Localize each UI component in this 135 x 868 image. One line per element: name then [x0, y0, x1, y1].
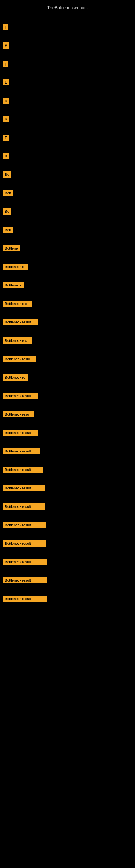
list-item: Bottleneck res — [3, 301, 132, 307]
list-item: E — [3, 134, 132, 141]
bottleneck-label: Bottleneck re — [3, 374, 28, 380]
bottleneck-label: E — [3, 79, 9, 86]
bottleneck-label: Bottleneck res — [3, 301, 32, 307]
list-item: R — [3, 116, 132, 122]
bottleneck-label: Bottleneck result — [3, 448, 41, 454]
list-item: Bottleneck result — [3, 559, 132, 565]
bottleneck-label: Bottleneck res — [3, 337, 32, 344]
bottleneck-label: Bottleneck result — [3, 319, 38, 325]
list-item: Bottleneck re — [3, 374, 132, 380]
bottleneck-label: Bottleneck result — [3, 596, 47, 602]
bottleneck-label: Bottlene — [3, 245, 20, 251]
list-item: Bott — [3, 190, 132, 196]
bottleneck-label: R — [3, 42, 9, 49]
list-item: | — [3, 61, 132, 67]
list-item: Bottleneck result — [3, 448, 132, 454]
list-item: Bottleneck result — [3, 503, 132, 510]
list-item: Bottleneck res — [3, 337, 132, 344]
bottleneck-label: Bo — [3, 172, 11, 178]
list-item: Bottleneck re — [3, 264, 132, 270]
list-item: B — [3, 153, 132, 159]
bottleneck-label: Bottleneck result — [3, 540, 46, 547]
list-item: Bottleneck resul — [3, 356, 132, 362]
rows-container: |R|ERREBBoBottBoBottBottleneBottleneck r… — [3, 24, 132, 602]
bottleneck-label: | — [3, 24, 8, 30]
list-item: Bottleneck result — [3, 319, 132, 325]
list-item: Bottleneck result — [3, 430, 132, 436]
list-item: Bottleneck result — [3, 577, 132, 584]
list-item: Bottleneck result — [3, 467, 132, 473]
bottleneck-label: Bott — [3, 227, 13, 233]
list-item: Bottleneck — [3, 282, 132, 288]
list-item: E — [3, 79, 132, 86]
list-item: Bo — [3, 208, 132, 215]
bottleneck-label: Bottleneck result — [3, 503, 45, 510]
list-item: Bottleneck result — [3, 596, 132, 602]
bottleneck-label: Bottleneck result — [3, 522, 46, 528]
list-item: Bottleneck result — [3, 522, 132, 528]
list-item: Bo — [3, 172, 132, 178]
site-title: TheBottlenecker.com — [3, 3, 132, 12]
list-item: | — [3, 24, 132, 30]
bottleneck-label: Bottleneck resu — [3, 411, 34, 417]
main-container: TheBottlenecker.com |R|ERREBBoBottBoBott… — [0, 0, 135, 868]
bottleneck-label: Bottleneck result — [3, 430, 38, 436]
bottleneck-label: Bottleneck — [3, 282, 24, 288]
bottleneck-label: Bottleneck result — [3, 467, 43, 473]
bottleneck-label: R — [3, 98, 9, 104]
list-item: Bottleneck result — [3, 393, 132, 399]
list-item: Bott — [3, 227, 132, 233]
list-item: Bottleneck result — [3, 485, 132, 491]
bottleneck-label: Bo — [3, 208, 11, 215]
list-item: R — [3, 42, 132, 49]
bottleneck-label: E — [3, 134, 9, 141]
bottleneck-label: Bottleneck result — [3, 485, 45, 491]
bottleneck-label: B — [3, 153, 9, 159]
list-item: Bottleneck result — [3, 540, 132, 547]
bottleneck-label: | — [3, 61, 8, 67]
bottleneck-label: R — [3, 116, 9, 122]
bottleneck-label: Bottleneck result — [3, 559, 47, 565]
list-item: Bottlene — [3, 245, 132, 251]
bottleneck-label: Bottleneck re — [3, 264, 28, 270]
bottleneck-label: Bottleneck resul — [3, 356, 36, 362]
bottleneck-label: Bottleneck result — [3, 393, 38, 399]
bottleneck-label: Bott — [3, 190, 13, 196]
bottleneck-label: Bottleneck result — [3, 577, 47, 584]
list-item: R — [3, 98, 132, 104]
list-item: Bottleneck resu — [3, 411, 132, 417]
